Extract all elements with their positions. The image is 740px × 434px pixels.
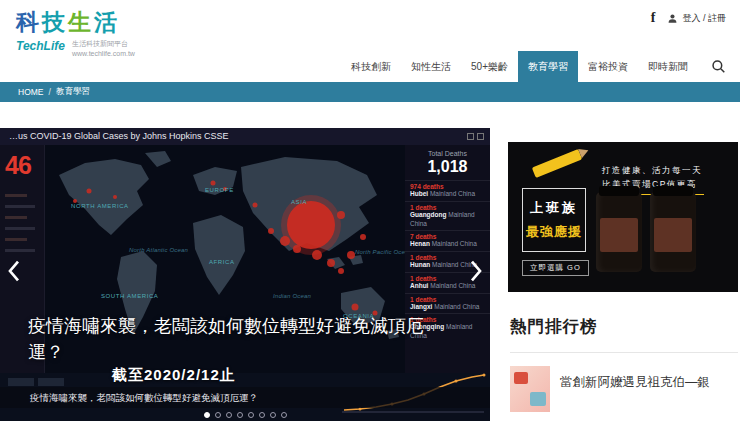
confirmed-count-partial: 46 bbox=[5, 151, 44, 180]
total-deaths-label: Total Deaths bbox=[405, 150, 490, 157]
logo-subline: TechLife 生活科技新聞平台 www.techlife.com.tw bbox=[16, 39, 135, 59]
map-ocean-label: North Pacific Ocean bbox=[355, 249, 405, 255]
product-jar bbox=[650, 192, 696, 272]
nav-item[interactable]: 教育學習 bbox=[518, 51, 578, 83]
header-utility: f 登入 / 註冊 bbox=[651, 10, 726, 26]
slide-caption-text: 疫情海嘯來襲，老闆該如何數位轉型好避免滅頂厄運？ bbox=[30, 392, 258, 403]
slide-caption-bar: 疫情海嘯來襲，老闆該如何數位轉型好避免滅頂厄運？ bbox=[0, 387, 490, 408]
ranking-divider bbox=[510, 352, 738, 353]
hero-carousel[interactable]: …us COVID-19 Global Cases by Johns Hopki… bbox=[0, 128, 490, 421]
page: 科技生活 TechLife 生活科技新聞平台 www.techlife.com.… bbox=[0, 0, 740, 434]
facebook-icon[interactable]: f bbox=[651, 10, 656, 26]
death-row: 7 deaths Henan Mainland China bbox=[405, 230, 490, 251]
logo-title: 科技生活 bbox=[16, 7, 135, 38]
death-region: Hubei Mainland China bbox=[410, 190, 485, 199]
nav-item[interactable]: 科技創新 bbox=[341, 51, 401, 83]
ad-title-line2: 最強應援 bbox=[523, 223, 585, 241]
death-count: 1 deaths bbox=[410, 204, 485, 211]
search-icon[interactable] bbox=[711, 59, 726, 74]
carousel-dot[interactable] bbox=[215, 412, 221, 418]
cutoff-date-text: 截至2020/2/12止 bbox=[112, 366, 236, 385]
carousel-prev-button[interactable] bbox=[5, 256, 23, 288]
map-continent-label: ASIA bbox=[291, 199, 307, 205]
map-continent-label: AFRICA bbox=[209, 259, 235, 265]
death-row: 974 deaths Hubei Mainland China bbox=[405, 180, 490, 201]
site-logo[interactable]: 科技生活 TechLife 生活科技新聞平台 www.techlife.com.… bbox=[16, 7, 135, 59]
death-count: 1 deaths bbox=[410, 296, 485, 303]
breadcrumb-home[interactable]: HOME bbox=[18, 87, 44, 97]
map-continent-label: SOUTH AMERICA bbox=[101, 293, 158, 299]
breadcrumb-current: 教育學習 bbox=[56, 86, 90, 98]
slide-headline-link[interactable]: 疫情海嘯來襲，老闆該如何數位轉型好避免滅頂厄運？ bbox=[28, 314, 436, 365]
ad-tagline-1: 打造健康、活力每一天 bbox=[602, 165, 702, 177]
nav-item[interactable]: 即時新聞 bbox=[638, 51, 698, 83]
logo-char: 生 bbox=[68, 9, 94, 35]
popular-ranking-title: 熱門排行榜 bbox=[510, 316, 598, 338]
nav-item[interactable]: 富裕投資 bbox=[578, 51, 638, 83]
carousel-dot[interactable] bbox=[270, 412, 276, 418]
death-count: 7 deaths bbox=[410, 233, 485, 240]
region-list-decoration bbox=[5, 194, 44, 252]
logo-char: 活 bbox=[94, 9, 120, 35]
carousel-dot[interactable] bbox=[237, 412, 243, 418]
nav-item[interactable]: 知性生活 bbox=[401, 51, 461, 83]
carousel-dot[interactable] bbox=[248, 412, 254, 418]
breadcrumb: HOME / 教育學習 bbox=[0, 82, 740, 102]
dashboard-title-bar: …us COVID-19 Global Cases by Johns Hopki… bbox=[0, 128, 490, 145]
product-jar bbox=[596, 192, 642, 272]
death-region: Guangdong Mainland China bbox=[410, 211, 485, 229]
ad-cta-button[interactable]: 立即選購 GO bbox=[522, 260, 589, 276]
logo-brand: TechLife bbox=[16, 39, 65, 53]
carousel-dot[interactable] bbox=[281, 412, 287, 418]
login-register[interactable]: 登入 / 註冊 bbox=[667, 12, 726, 25]
ranking-list: 當創新阿嬤遇見祖克伯—銀 bbox=[510, 366, 738, 412]
dashboard-footer-decoration bbox=[8, 378, 64, 386]
dashboard-window-icons bbox=[467, 128, 484, 145]
carousel-dot[interactable] bbox=[226, 412, 232, 418]
map-continent-label: NORTH AMERICA bbox=[71, 203, 129, 209]
death-row: 1 deaths Jiangxi Mainland China bbox=[405, 293, 490, 314]
map-ocean-label: Indian Ocean bbox=[273, 293, 311, 299]
sidebar-ad-banner[interactable]: 打造健康、活力每一天 比美式賣場CP值更高 上班族 最強應援 立即選購 GO bbox=[508, 142, 738, 292]
logo-url: www.techlife.com.tw bbox=[72, 50, 135, 57]
user-icon bbox=[667, 13, 678, 24]
main-nav: 科技創新知性生活50+樂齡教育學習富裕投資即時新聞 bbox=[341, 51, 698, 83]
total-deaths-value: 1,018 bbox=[405, 158, 490, 176]
carousel-dot[interactable] bbox=[204, 412, 210, 418]
map-ocean-label: North Atlantic Ocean bbox=[129, 247, 188, 253]
ranking-thumbnail[interactable] bbox=[510, 366, 550, 412]
breadcrumb-separator: / bbox=[49, 87, 51, 97]
ranking-item-title[interactable]: 當創新阿嬤遇見祖克伯—銀 bbox=[560, 366, 710, 412]
logo-char: 技 bbox=[42, 9, 68, 35]
nav-item[interactable]: 50+樂齡 bbox=[461, 51, 518, 83]
carousel-dot[interactable] bbox=[259, 412, 265, 418]
pencil-graphic bbox=[532, 149, 582, 178]
ad-title-box: 上班族 最強應援 bbox=[522, 188, 586, 252]
death-region: Henan Mainland China bbox=[410, 240, 485, 249]
death-row: 1 deaths Guangdong Mainland China bbox=[405, 201, 490, 231]
carousel-next-button[interactable] bbox=[467, 256, 485, 288]
dashboard-title: …us COVID-19 Global Cases by Johns Hopki… bbox=[9, 128, 229, 145]
ad-title-line1: 上班族 bbox=[523, 199, 585, 217]
ranking-item[interactable]: 當創新阿嬤遇見祖克伯—銀 bbox=[510, 366, 738, 412]
death-region: Jiangxi Mainland China bbox=[410, 303, 485, 312]
logo-tagline: 生活科技新聞平台 www.techlife.com.tw bbox=[72, 39, 135, 59]
login-register-label[interactable]: 登入 / 註冊 bbox=[682, 12, 726, 25]
death-count: 974 deaths bbox=[410, 183, 485, 190]
map-continent-label: EUROPE bbox=[205, 187, 234, 193]
logo-char: 科 bbox=[16, 9, 42, 35]
